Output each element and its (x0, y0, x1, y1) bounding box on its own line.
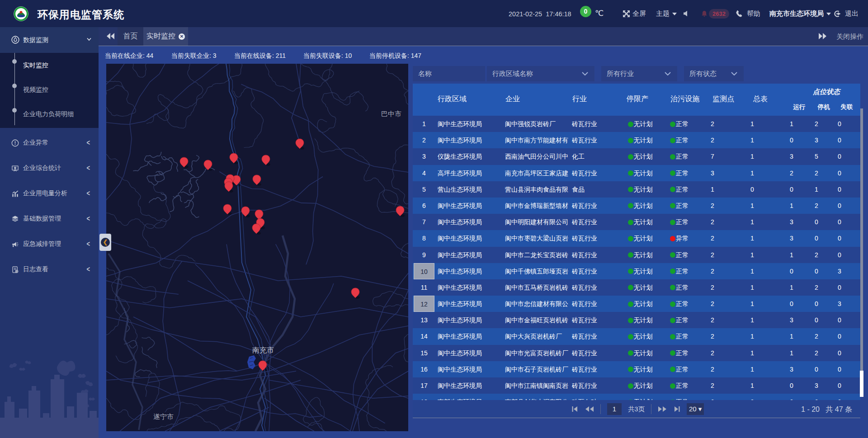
svg-text:遂宁市: 遂宁市 (153, 413, 174, 420)
svg-text:南充市: 南充市 (252, 346, 274, 354)
svg-text:巴中市: 巴中市 (381, 110, 401, 118)
